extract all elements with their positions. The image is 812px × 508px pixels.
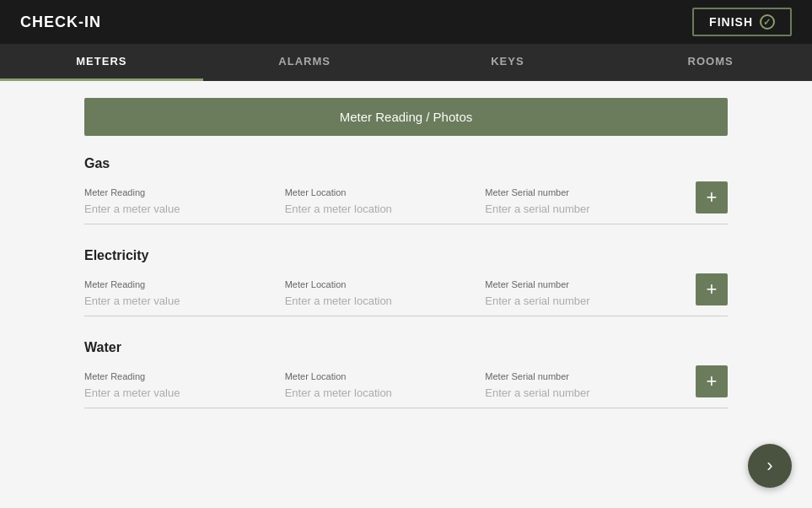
water-location-field: Meter Location	[285, 371, 486, 401]
meter-group-electricity: Electricity Meter Reading Meter Location…	[84, 248, 728, 316]
gas-add-button[interactable]: +	[696, 181, 728, 213]
meter-group-electricity-title: Electricity	[84, 248, 728, 263]
electricity-serial-label: Meter Serial number	[485, 279, 669, 289]
check-icon: ✓	[760, 14, 775, 30]
gas-serial-label: Meter Serial number	[485, 187, 669, 197]
tab-meters[interactable]: METERS	[0, 44, 203, 81]
tab-alarms[interactable]: ALARMS	[203, 44, 406, 81]
water-serial-field: Meter Serial number	[485, 371, 686, 401]
gas-reading-label: Meter Reading	[84, 187, 268, 197]
section-header: Meter Reading / Photos	[84, 98, 728, 136]
electricity-location-field: Meter Location	[285, 279, 486, 309]
gas-reading-field: Meter Reading	[84, 187, 285, 217]
electricity-reading-field: Meter Reading	[84, 279, 285, 309]
electricity-reading-input[interactable]	[84, 293, 268, 309]
gas-serial-input[interactable]	[485, 201, 669, 217]
meter-row-electricity: Meter Reading Meter Location Meter Seria…	[84, 273, 728, 316]
water-reading-input[interactable]	[84, 385, 268, 401]
section-title: Meter Reading / Photos	[340, 110, 473, 124]
electricity-serial-input[interactable]	[485, 293, 669, 309]
finish-button[interactable]: FINISH ✓	[692, 8, 792, 36]
header: CHECK-IN FINISH ✓	[0, 0, 812, 44]
electricity-add-icon: +	[707, 278, 718, 300]
water-reading-label: Meter Reading	[84, 371, 268, 381]
water-location-label: Meter Location	[285, 371, 469, 381]
gas-add-icon: +	[707, 186, 718, 208]
gas-serial-field: Meter Serial number	[485, 187, 686, 217]
electricity-serial-field: Meter Serial number	[485, 279, 686, 309]
meter-row-gas: Meter Reading Meter Location Meter Seria…	[84, 181, 728, 224]
meter-group-gas: Gas Meter Reading Meter Location Meter S…	[84, 156, 728, 224]
tab-keys[interactable]: KEYS	[406, 44, 610, 81]
electricity-add-button[interactable]: +	[696, 273, 728, 305]
meter-group-water: Water Meter Reading Meter Location Meter…	[84, 340, 728, 408]
meter-row-water: Meter Reading Meter Location Meter Seria…	[84, 365, 728, 408]
electricity-reading-label: Meter Reading	[84, 279, 268, 289]
electricity-location-input[interactable]	[285, 293, 469, 309]
gas-location-field: Meter Location	[285, 187, 486, 217]
next-button[interactable]: ›	[748, 444, 792, 488]
water-serial-input[interactable]	[485, 385, 669, 401]
finish-label: FINISH	[709, 15, 753, 29]
gas-location-label: Meter Location	[285, 187, 469, 197]
water-serial-label: Meter Serial number	[485, 371, 669, 381]
water-location-input[interactable]	[285, 385, 469, 401]
nav-tabs: METERS ALARMS KEYS ROOMS	[0, 44, 812, 81]
water-add-icon: +	[707, 370, 718, 392]
app-title: CHECK-IN	[20, 14, 101, 31]
next-icon: ›	[766, 455, 772, 477]
gas-location-input[interactable]	[285, 201, 469, 217]
meter-group-gas-title: Gas	[84, 156, 728, 171]
electricity-location-label: Meter Location	[285, 279, 469, 289]
meter-group-water-title: Water	[84, 340, 728, 355]
gas-reading-input[interactable]	[84, 201, 268, 217]
water-reading-field: Meter Reading	[84, 371, 285, 401]
main-content: Meter Reading / Photos Gas Meter Reading…	[0, 81, 812, 508]
tab-rooms[interactable]: ROOMS	[609, 44, 812, 81]
water-add-button[interactable]: +	[696, 365, 728, 397]
